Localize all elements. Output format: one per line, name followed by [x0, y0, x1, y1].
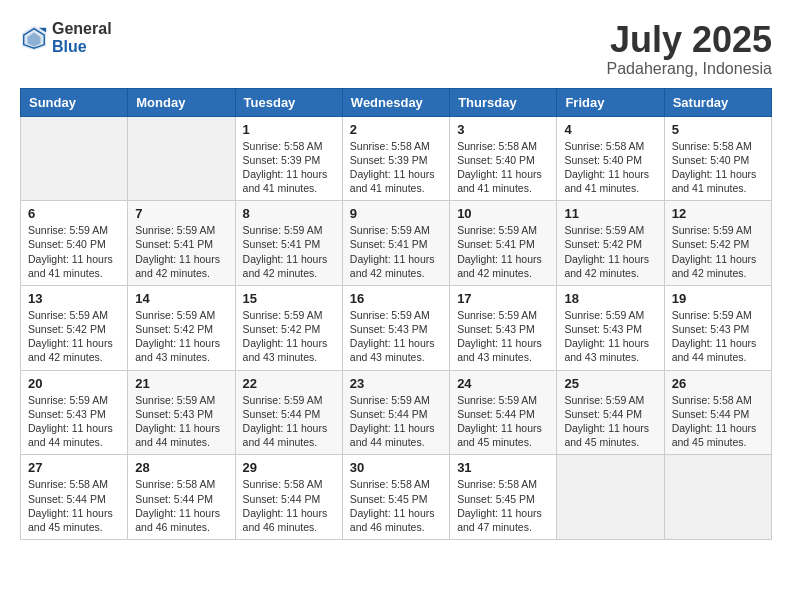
day-info: Sunrise: 5:58 AMSunset: 5:45 PMDaylight:… [457, 477, 549, 534]
logo: General Blue [20, 20, 112, 55]
day-info: Sunrise: 5:59 AMSunset: 5:42 PMDaylight:… [28, 308, 120, 365]
calendar-cell [557, 455, 664, 540]
day-info: Sunrise: 5:59 AMSunset: 5:43 PMDaylight:… [350, 308, 442, 365]
calendar-cell: 24Sunrise: 5:59 AMSunset: 5:44 PMDayligh… [450, 370, 557, 455]
calendar-cell: 6Sunrise: 5:59 AMSunset: 5:40 PMDaylight… [21, 201, 128, 286]
calendar-cell: 19Sunrise: 5:59 AMSunset: 5:43 PMDayligh… [664, 285, 771, 370]
logo-icon [20, 24, 48, 52]
day-info: Sunrise: 5:59 AMSunset: 5:42 PMDaylight:… [672, 223, 764, 280]
logo-text: General Blue [52, 20, 112, 55]
calendar-cell: 23Sunrise: 5:59 AMSunset: 5:44 PMDayligh… [342, 370, 449, 455]
location-subtitle: Padaherang, Indonesia [607, 60, 772, 78]
day-info: Sunrise: 5:58 AMSunset: 5:45 PMDaylight:… [350, 477, 442, 534]
day-info: Sunrise: 5:58 AMSunset: 5:44 PMDaylight:… [672, 393, 764, 450]
page-header: General Blue July 2025 Padaherang, Indon… [20, 20, 772, 78]
header-friday: Friday [557, 88, 664, 116]
day-info: Sunrise: 5:58 AMSunset: 5:40 PMDaylight:… [457, 139, 549, 196]
header-thursday: Thursday [450, 88, 557, 116]
calendar-cell: 25Sunrise: 5:59 AMSunset: 5:44 PMDayligh… [557, 370, 664, 455]
header-sunday: Sunday [21, 88, 128, 116]
day-number: 22 [243, 376, 335, 391]
calendar-cell: 8Sunrise: 5:59 AMSunset: 5:41 PMDaylight… [235, 201, 342, 286]
calendar-cell: 11Sunrise: 5:59 AMSunset: 5:42 PMDayligh… [557, 201, 664, 286]
header-monday: Monday [128, 88, 235, 116]
calendar-cell: 18Sunrise: 5:59 AMSunset: 5:43 PMDayligh… [557, 285, 664, 370]
day-info: Sunrise: 5:59 AMSunset: 5:43 PMDaylight:… [672, 308, 764, 365]
day-info: Sunrise: 5:59 AMSunset: 5:43 PMDaylight:… [28, 393, 120, 450]
day-number: 29 [243, 460, 335, 475]
calendar-week-3: 13Sunrise: 5:59 AMSunset: 5:42 PMDayligh… [21, 285, 772, 370]
day-number: 17 [457, 291, 549, 306]
calendar-cell: 9Sunrise: 5:59 AMSunset: 5:41 PMDaylight… [342, 201, 449, 286]
day-info: Sunrise: 5:59 AMSunset: 5:41 PMDaylight:… [457, 223, 549, 280]
day-info: Sunrise: 5:59 AMSunset: 5:44 PMDaylight:… [350, 393, 442, 450]
calendar-cell: 20Sunrise: 5:59 AMSunset: 5:43 PMDayligh… [21, 370, 128, 455]
day-number: 6 [28, 206, 120, 221]
calendar-cell: 7Sunrise: 5:59 AMSunset: 5:41 PMDaylight… [128, 201, 235, 286]
day-info: Sunrise: 5:59 AMSunset: 5:43 PMDaylight:… [564, 308, 656, 365]
day-number: 16 [350, 291, 442, 306]
day-info: Sunrise: 5:59 AMSunset: 5:44 PMDaylight:… [457, 393, 549, 450]
day-info: Sunrise: 5:58 AMSunset: 5:44 PMDaylight:… [243, 477, 335, 534]
logo-general: General [52, 20, 112, 38]
day-info: Sunrise: 5:59 AMSunset: 5:41 PMDaylight:… [135, 223, 227, 280]
day-number: 18 [564, 291, 656, 306]
calendar-week-2: 6Sunrise: 5:59 AMSunset: 5:40 PMDaylight… [21, 201, 772, 286]
day-info: Sunrise: 5:59 AMSunset: 5:42 PMDaylight:… [243, 308, 335, 365]
logo-blue: Blue [52, 38, 112, 56]
day-info: Sunrise: 5:58 AMSunset: 5:40 PMDaylight:… [564, 139, 656, 196]
calendar-cell: 15Sunrise: 5:59 AMSunset: 5:42 PMDayligh… [235, 285, 342, 370]
day-number: 9 [350, 206, 442, 221]
day-number: 4 [564, 122, 656, 137]
day-number: 30 [350, 460, 442, 475]
day-number: 7 [135, 206, 227, 221]
day-number: 31 [457, 460, 549, 475]
day-info: Sunrise: 5:58 AMSunset: 5:39 PMDaylight:… [243, 139, 335, 196]
calendar-header-row: SundayMondayTuesdayWednesdayThursdayFrid… [21, 88, 772, 116]
calendar-cell: 28Sunrise: 5:58 AMSunset: 5:44 PMDayligh… [128, 455, 235, 540]
day-number: 28 [135, 460, 227, 475]
day-info: Sunrise: 5:59 AMSunset: 5:44 PMDaylight:… [564, 393, 656, 450]
day-number: 21 [135, 376, 227, 391]
month-title: July 2025 [607, 20, 772, 60]
header-tuesday: Tuesday [235, 88, 342, 116]
day-number: 10 [457, 206, 549, 221]
day-number: 24 [457, 376, 549, 391]
calendar-cell: 17Sunrise: 5:59 AMSunset: 5:43 PMDayligh… [450, 285, 557, 370]
day-number: 19 [672, 291, 764, 306]
day-info: Sunrise: 5:59 AMSunset: 5:41 PMDaylight:… [243, 223, 335, 280]
calendar-cell: 22Sunrise: 5:59 AMSunset: 5:44 PMDayligh… [235, 370, 342, 455]
calendar-week-1: 1Sunrise: 5:58 AMSunset: 5:39 PMDaylight… [21, 116, 772, 201]
calendar-cell: 5Sunrise: 5:58 AMSunset: 5:40 PMDaylight… [664, 116, 771, 201]
day-number: 27 [28, 460, 120, 475]
day-info: Sunrise: 5:59 AMSunset: 5:42 PMDaylight:… [135, 308, 227, 365]
calendar-cell: 29Sunrise: 5:58 AMSunset: 5:44 PMDayligh… [235, 455, 342, 540]
calendar-week-5: 27Sunrise: 5:58 AMSunset: 5:44 PMDayligh… [21, 455, 772, 540]
header-wednesday: Wednesday [342, 88, 449, 116]
calendar-cell [664, 455, 771, 540]
calendar-cell [128, 116, 235, 201]
calendar-cell [21, 116, 128, 201]
calendar-cell: 21Sunrise: 5:59 AMSunset: 5:43 PMDayligh… [128, 370, 235, 455]
day-number: 15 [243, 291, 335, 306]
calendar-cell: 27Sunrise: 5:58 AMSunset: 5:44 PMDayligh… [21, 455, 128, 540]
day-number: 14 [135, 291, 227, 306]
title-area: July 2025 Padaherang, Indonesia [607, 20, 772, 78]
calendar-week-4: 20Sunrise: 5:59 AMSunset: 5:43 PMDayligh… [21, 370, 772, 455]
day-info: Sunrise: 5:59 AMSunset: 5:44 PMDaylight:… [243, 393, 335, 450]
day-number: 2 [350, 122, 442, 137]
day-number: 5 [672, 122, 764, 137]
calendar-cell: 3Sunrise: 5:58 AMSunset: 5:40 PMDaylight… [450, 116, 557, 201]
day-info: Sunrise: 5:59 AMSunset: 5:43 PMDaylight:… [457, 308, 549, 365]
calendar-cell: 31Sunrise: 5:58 AMSunset: 5:45 PMDayligh… [450, 455, 557, 540]
day-number: 8 [243, 206, 335, 221]
day-info: Sunrise: 5:58 AMSunset: 5:44 PMDaylight:… [135, 477, 227, 534]
day-info: Sunrise: 5:59 AMSunset: 5:41 PMDaylight:… [350, 223, 442, 280]
day-info: Sunrise: 5:58 AMSunset: 5:40 PMDaylight:… [672, 139, 764, 196]
day-number: 25 [564, 376, 656, 391]
header-saturday: Saturday [664, 88, 771, 116]
day-info: Sunrise: 5:59 AMSunset: 5:43 PMDaylight:… [135, 393, 227, 450]
calendar-cell: 4Sunrise: 5:58 AMSunset: 5:40 PMDaylight… [557, 116, 664, 201]
calendar-cell: 10Sunrise: 5:59 AMSunset: 5:41 PMDayligh… [450, 201, 557, 286]
day-info: Sunrise: 5:58 AMSunset: 5:39 PMDaylight:… [350, 139, 442, 196]
